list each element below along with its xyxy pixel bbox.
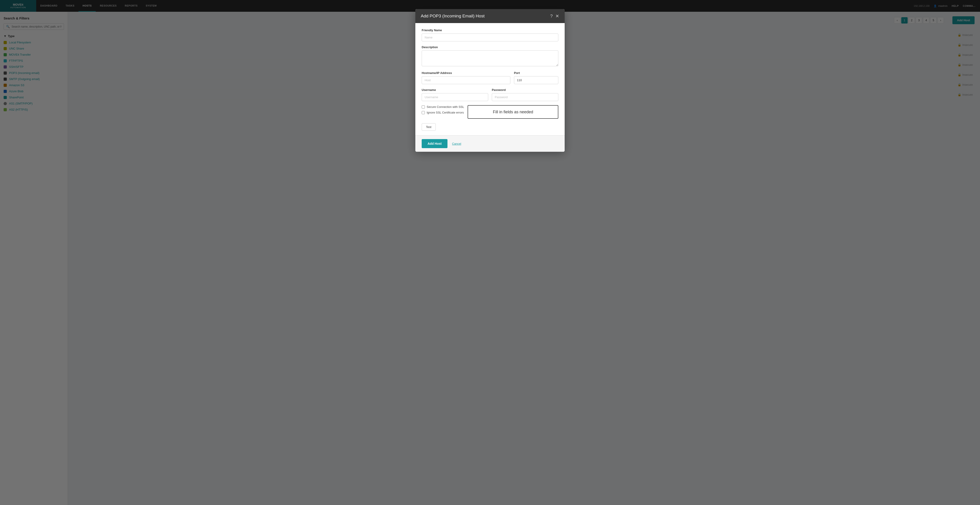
ignore-ssl-checkbox-label[interactable]: Ignore SSL Certificate errors xyxy=(422,111,464,114)
modal-overlay: Add POP3 (Incoming Email) Host ? ✕ Frien… xyxy=(0,0,980,505)
checkbox-col: Secure Connection with SSL Ignore SSL Ce… xyxy=(422,105,464,114)
add-host-submit-button[interactable]: Add Host xyxy=(422,139,447,148)
hostname-port-group: Hostname/IP Address Port xyxy=(422,71,558,84)
ssl-checkbox-label[interactable]: Secure Connection with SSL xyxy=(422,105,464,108)
cancel-button[interactable]: Cancel xyxy=(452,142,461,145)
friendly-name-label: Friendly Name xyxy=(422,29,558,32)
port-label: Port xyxy=(514,71,558,75)
test-button[interactable]: Test xyxy=(422,123,436,131)
password-field[interactable] xyxy=(492,93,558,101)
port-field[interactable] xyxy=(514,76,558,84)
modal-footer: Add Host Cancel xyxy=(415,135,565,152)
hostname-field[interactable] xyxy=(422,76,511,84)
username-label: Username xyxy=(422,88,488,92)
description-group: Description xyxy=(422,46,558,67)
friendly-name-group: Friendly Name xyxy=(422,29,558,41)
ssl-row: Secure Connection with SSL Ignore SSL Ce… xyxy=(422,105,558,119)
hostname-label: Hostname/IP Address xyxy=(422,71,511,75)
modal-header: Add POP3 (Incoming Email) Host ? ✕ xyxy=(415,9,565,23)
modal-close-button[interactable]: ✕ xyxy=(555,14,559,18)
ignore-ssl-checkbox[interactable] xyxy=(422,111,425,114)
port-col: Port xyxy=(514,71,558,84)
modal-body: Friendly Name Description Hostname/IP Ad… xyxy=(415,23,565,135)
password-col: Password xyxy=(492,88,558,101)
ssl-label-text: Secure Connection with SSL xyxy=(426,105,464,108)
hostname-col: Hostname/IP Address xyxy=(422,71,511,84)
ignore-ssl-label-text: Ignore SSL Certificate errors xyxy=(426,111,464,114)
description-field[interactable] xyxy=(422,51,558,66)
fill-in-text: Fill in fields as needed xyxy=(493,110,533,114)
modal-header-actions: ? ✕ xyxy=(550,14,559,18)
user-pass-group: Username Password xyxy=(422,88,558,101)
username-col: Username xyxy=(422,88,488,101)
description-label: Description xyxy=(422,46,558,49)
modal-help-button[interactable]: ? xyxy=(550,14,553,18)
friendly-name-field[interactable] xyxy=(422,33,558,41)
add-host-modal: Add POP3 (Incoming Email) Host ? ✕ Frien… xyxy=(415,9,565,152)
username-field[interactable] xyxy=(422,93,488,101)
password-label: Password xyxy=(492,88,558,92)
ssl-checkbox[interactable] xyxy=(422,105,425,108)
modal-title: Add POP3 (Incoming Email) Host xyxy=(421,14,485,19)
fill-in-box: Fill in fields as needed xyxy=(468,105,558,119)
